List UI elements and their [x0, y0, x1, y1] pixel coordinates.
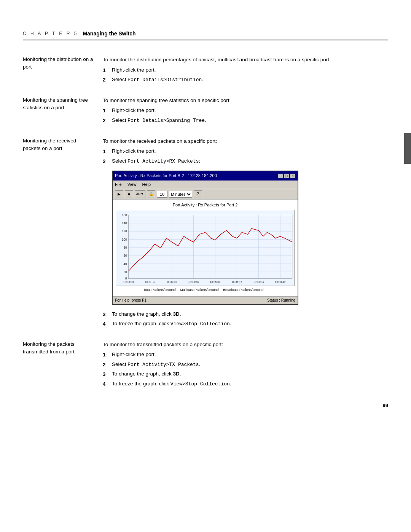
- graph-legend: Total Packets/second— Multicast Packets/…: [116, 286, 295, 294]
- svg-text:20: 20: [123, 270, 127, 274]
- window-title: Port Activity : Rx Packets for Port B-2 …: [115, 173, 217, 179]
- step-num: 4: [103, 320, 112, 328]
- step-text: Right-click the port.: [112, 351, 156, 358]
- svg-text:60: 60: [123, 254, 127, 258]
- toolbar-btn-1[interactable]: ▶: [115, 190, 123, 198]
- step-text: To freeze the graph, click View>Stop Col…: [112, 320, 231, 328]
- svg-text:100: 100: [122, 238, 127, 241]
- svg-text:10:30:03: 10:30:03: [123, 281, 134, 284]
- step-spanning-2: 2 Select Port Details>Spanning Tree.: [103, 117, 388, 125]
- step-num: 1: [103, 147, 112, 156]
- toolbar-btn-3d[interactable]: 3D▼: [135, 190, 145, 198]
- graph-area: 160 140 120 100 80 60 40 20 0 10:30:03 1…: [116, 210, 295, 286]
- step-tx-2: 2 Select Port Activity>TX Packets.: [103, 361, 388, 369]
- section-content-spanning: To monitor the spanning tree statistics …: [103, 96, 388, 126]
- window-body: Port Activity : Rx Packets for Port 2: [113, 200, 298, 296]
- step-text: To freeze the graph, click View>Stop Col…: [112, 380, 231, 388]
- step-text: Select Port Details>Distribution.: [112, 76, 203, 84]
- graph-svg: 160 140 120 100 80 60 40 20 0 10:30:03 1…: [116, 210, 294, 286]
- toolbar-btn-lock[interactable]: 🔒: [147, 190, 155, 198]
- step-num: 3: [103, 310, 112, 319]
- step-num: 1: [103, 66, 112, 75]
- svg-text:0: 0: [125, 277, 127, 281]
- svg-text:120: 120: [122, 230, 127, 233]
- code-freeze-tx: View>Stop Collection: [170, 381, 230, 387]
- toolbar-value-input[interactable]: [157, 191, 167, 198]
- menu-file[interactable]: File: [115, 182, 122, 187]
- section-rx-packets: Monitoring the received packets on a por…: [23, 137, 388, 330]
- steps-spanning: 1 Right-click the port. 2 Select Port De…: [103, 107, 388, 125]
- svg-text:10:31:17: 10:31:17: [145, 281, 156, 284]
- step-rx-2: 2 Select Port Activity>RX Packets:: [103, 157, 388, 166]
- toolbar-btn-stop[interactable]: ■: [125, 190, 133, 198]
- status-help: For Help, press F1: [115, 297, 147, 304]
- step-text: Select Port Details>Spanning Tree.: [112, 117, 206, 125]
- step-tx-4: 4 To freeze the graph, click View>Stop C…: [103, 380, 388, 388]
- step-text: Right-click the port.: [112, 66, 156, 74]
- section-spanning-tree: Monitoring the spanning tree statistics …: [23, 96, 388, 126]
- section-label-distribution: Monitoring the distribution on a port: [23, 56, 103, 86]
- steps-distribution: 1 Right-click the port. 2 Select Port De…: [103, 66, 388, 84]
- step-num: 2: [103, 117, 112, 125]
- minimize-button[interactable]: ─: [278, 174, 283, 178]
- menu-help[interactable]: Help: [142, 182, 151, 187]
- step-num: 3: [103, 370, 112, 379]
- code-freeze: View>Stop Collection: [170, 321, 230, 327]
- menu-view[interactable]: View: [127, 182, 137, 187]
- step-tx-3: 3 To change the graph, click 3D.: [103, 370, 388, 379]
- section-label-tx: Monitoring the packets transmitted from …: [23, 340, 103, 390]
- bold-3d: 3D: [173, 311, 180, 317]
- section-tx-packets: Monitoring the packets transmitted from …: [23, 340, 388, 390]
- toolbar-btn-help[interactable]: ?: [194, 190, 202, 198]
- section-label-rx: Monitoring the received packets on a por…: [23, 137, 103, 330]
- step-rx-1: 1 Right-click the port.: [103, 147, 388, 156]
- step-text: Select Port Activity>RX Packets:: [112, 157, 200, 165]
- steps-rx: 1 Right-click the port. 2 Select Port Ac…: [103, 147, 388, 165]
- section-label-spanning: Monitoring the spanning tree statistics …: [23, 96, 103, 126]
- step-distribution-1: 1 Right-click the port.: [103, 66, 388, 75]
- step-text: To change the graph, click 3D.: [112, 370, 181, 378]
- svg-text:10:33:46: 10:33:46: [188, 281, 199, 284]
- maximize-button[interactable]: □: [284, 174, 289, 178]
- section-intro-distribution: To monitor the distribution percentages …: [103, 56, 388, 64]
- step-spanning-1: 1 Right-click the port.: [103, 107, 388, 115]
- section-content-rx: To monitor the received packets on a spe…: [103, 137, 388, 330]
- side-tab: [404, 133, 411, 164]
- chapter-header: C H A P T E R 5 Managing the Switch: [23, 30, 388, 40]
- svg-text:140: 140: [122, 222, 127, 225]
- svg-rect-0: [116, 211, 294, 284]
- step-rx-4: 4 To freeze the graph, click View>Stop C…: [103, 320, 388, 328]
- section-intro-spanning: To monitor the spanning tree statistics …: [103, 96, 388, 105]
- svg-text:10:35:00: 10:35:00: [210, 281, 221, 284]
- chapter-label: C H A P T E R 5: [23, 31, 78, 36]
- svg-text:10:36:15: 10:36:15: [232, 281, 242, 284]
- close-button[interactable]: ×: [290, 174, 295, 178]
- steps-tx: 1 Right-click the port. 2 Select Port Ac…: [103, 351, 388, 388]
- section-distribution: Monitoring the distribution on a port To…: [23, 56, 388, 86]
- step-num: 2: [103, 361, 112, 369]
- bold-3d-tx: 3D: [173, 371, 180, 377]
- svg-text:40: 40: [123, 262, 127, 266]
- window-menubar: File View Help: [113, 181, 298, 189]
- svg-text:10:38:49: 10:38:49: [275, 281, 286, 284]
- page-container: C H A P T E R 5 Managing the Switch Moni…: [0, 0, 411, 423]
- svg-text:160: 160: [122, 214, 127, 217]
- section-content-distribution: To monitor the distribution percentages …: [103, 56, 388, 86]
- graph-title: Port Activity : Rx Packets for Port 2: [116, 202, 295, 209]
- svg-text:80: 80: [123, 246, 127, 249]
- step-text: Right-click the port.: [112, 107, 156, 114]
- step-num: 2: [103, 157, 112, 166]
- window-controls[interactable]: ─ □ ×: [278, 174, 295, 178]
- window-statusbar: For Help, press F1 Status : Running: [113, 296, 298, 304]
- section-content-tx: To monitor the transmitted packets on a …: [103, 340, 388, 390]
- toolbar-minutes-select[interactable]: Minutes: [169, 191, 192, 198]
- step-num: 1: [103, 351, 112, 359]
- section-intro-tx: To monitor the transmitted packets on a …: [103, 340, 388, 349]
- section-intro-rx: To monitor the received packets on a spe…: [103, 137, 388, 145]
- step-num: 1: [103, 107, 112, 115]
- code-rx: Port Activity>RX Packets: [127, 158, 199, 164]
- step-num: 4: [103, 380, 112, 388]
- step-num: 2: [103, 76, 112, 84]
- page-number: 99: [383, 403, 388, 408]
- step-tx-1: 1 Right-click the port.: [103, 351, 388, 359]
